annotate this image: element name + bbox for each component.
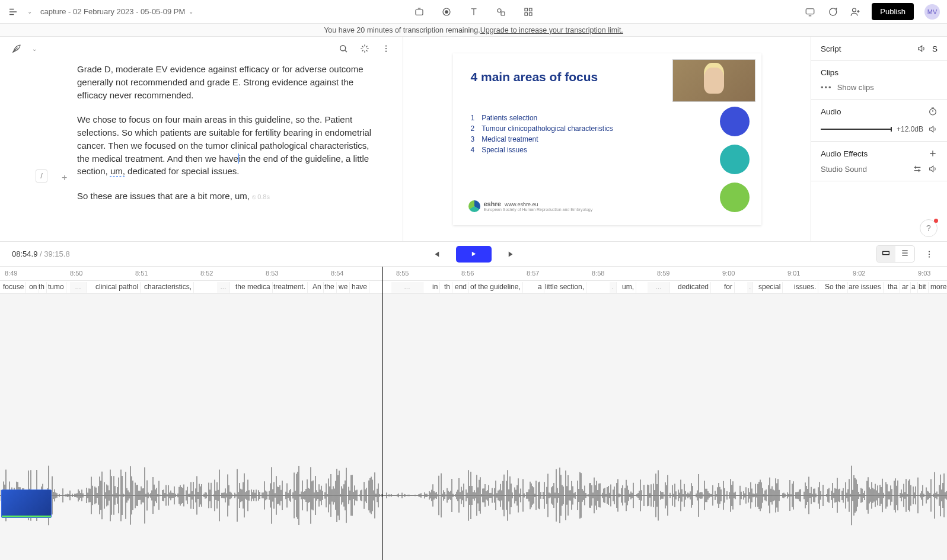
- word-segment[interactable]: the medica: [234, 282, 273, 293]
- waveform[interactable]: [0, 460, 947, 531]
- project-title[interactable]: capture - 02 February 2023 - 05-05-09 PM…: [40, 7, 193, 16]
- word-track[interactable]: focuseonthtumo...clinical patholcharacte…: [0, 281, 947, 294]
- word-segment[interactable]: dedicated: [676, 282, 711, 293]
- word-segment[interactable]: end: [453, 282, 469, 293]
- shapes-icon[interactable]: [495, 6, 507, 18]
- word-segment[interactable]: are issues: [847, 282, 884, 293]
- view-expanded-icon[interactable]: [895, 246, 914, 262]
- text-icon[interactable]: [468, 6, 480, 18]
- gap-indicator: ⎋0.8s: [252, 193, 270, 202]
- search-icon[interactable]: [337, 43, 349, 55]
- sliders-icon[interactable]: [913, 164, 922, 174]
- svg-point-12: [385, 45, 387, 46]
- speaker-icon[interactable]: [928, 124, 938, 134]
- transcript-paragraph[interactable]: We chose to focus on four main areas in …: [77, 113, 373, 178]
- display-icon[interactable]: [804, 6, 816, 18]
- word-gap[interactable]: ...: [391, 282, 423, 293]
- svg-point-11: [340, 46, 346, 51]
- word-segment[interactable]: issues.: [792, 282, 818, 293]
- slide-list: 1Patients selection 2Tumour clinicopatho…: [471, 114, 744, 154]
- volume-value: +12.0dB: [897, 125, 923, 133]
- add-effect-icon[interactable]: [928, 149, 938, 158]
- ruler-tick: 8:49: [5, 270, 17, 277]
- menu-icon[interactable]: [7, 6, 19, 18]
- help-button[interactable]: ?: [920, 219, 938, 237]
- word-segment[interactable]: So the: [823, 282, 848, 293]
- prev-button[interactable]: [430, 248, 442, 260]
- view-toggle[interactable]: [876, 245, 915, 263]
- word-segment[interactable]: um,: [620, 282, 636, 293]
- svg-rect-8: [529, 12, 532, 15]
- ruler-tick: 8:59: [657, 270, 669, 277]
- studio-sound-label: Studio Sound: [821, 165, 867, 174]
- word-gap[interactable]: ...: [70, 282, 87, 293]
- svg-rect-7: [525, 12, 528, 15]
- more-icon[interactable]: [923, 248, 935, 260]
- word-gap[interactable]: ...: [648, 282, 670, 293]
- word-segment[interactable]: for: [722, 282, 735, 293]
- volume-slider[interactable]: [821, 129, 892, 130]
- word-segment[interactable]: in: [431, 282, 440, 293]
- feather-icon[interactable]: [11, 43, 23, 55]
- word-segment[interactable]: clinical pathol: [94, 282, 141, 293]
- slash-command-hint[interactable]: /: [36, 169, 47, 183]
- sidebar-audio-label: Audio: [821, 107, 841, 116]
- avatar[interactable]: MV: [924, 4, 940, 20]
- svg-point-2: [445, 10, 448, 13]
- speaker-icon[interactable]: [928, 164, 938, 174]
- chevron-down-icon[interactable]: ⌄: [27, 8, 32, 15]
- upgrade-link[interactable]: Upgrade to increase your transcription l…: [480, 26, 623, 34]
- svg-point-19: [929, 256, 930, 257]
- word-segment[interactable]: characteristics,: [142, 282, 194, 293]
- show-clips-button[interactable]: Show clips: [837, 83, 874, 92]
- timeline-ruler[interactable]: 8:498:508:518:528:538:548:558:568:578:58…: [0, 267, 947, 281]
- chevron-down-icon[interactable]: ⌄: [32, 46, 37, 52]
- apps-icon[interactable]: [522, 6, 534, 18]
- transcript-paragraph[interactable]: So these are issues that are a bit more,…: [77, 190, 373, 203]
- word-segment[interactable]: treatment.: [272, 282, 308, 293]
- svg-rect-5: [525, 8, 528, 11]
- word-segment[interactable]: th: [442, 282, 452, 293]
- word-segment[interactable]: tha: [886, 282, 900, 293]
- transcript-body[interactable]: / + Grade D, moderate EV evidence agains…: [0, 60, 403, 241]
- word-gap[interactable]: ...: [217, 282, 230, 293]
- word-segment[interactable]: tumo: [46, 282, 66, 293]
- more-icon[interactable]: [380, 43, 392, 55]
- speaker-thumbnail: [672, 59, 755, 102]
- word-segment[interactable]: An: [311, 282, 324, 293]
- screen-record-icon[interactable]: [413, 6, 425, 18]
- timer-icon[interactable]: [928, 107, 938, 116]
- word-segment[interactable]: th: [37, 282, 47, 293]
- word-segment[interactable]: special: [757, 282, 783, 293]
- record-icon[interactable]: [441, 6, 452, 18]
- play-button[interactable]: [456, 246, 492, 263]
- slide-logo: eshre www.eshre.euEuropean Society of Hu…: [468, 200, 593, 212]
- sparkle-icon[interactable]: [359, 43, 371, 55]
- more-icon[interactable]: •••: [821, 83, 833, 92]
- comment-icon[interactable]: [827, 6, 838, 18]
- word-segment[interactable]: have: [350, 282, 369, 293]
- clip-thumbnail[interactable]: [1, 489, 52, 518]
- add-block-button[interactable]: +: [62, 171, 67, 184]
- word-gap[interactable]: .: [610, 282, 617, 293]
- transcript-paragraph[interactable]: Grade D, moderate EV evidence against ef…: [77, 63, 373, 101]
- word-gap[interactable]: .: [747, 282, 753, 293]
- playhead[interactable]: [382, 267, 383, 560]
- publish-button[interactable]: Publish: [872, 3, 914, 20]
- speaker-icon[interactable]: [917, 44, 926, 53]
- next-button[interactable]: [506, 248, 518, 260]
- word-segment[interactable]: focuse: [1, 282, 26, 293]
- view-compact-icon[interactable]: [876, 246, 895, 262]
- word-segment[interactable]: more,: [929, 282, 947, 293]
- word-segment[interactable]: the: [323, 282, 337, 293]
- svg-point-17: [929, 251, 930, 252]
- word-segment[interactable]: of the guideline,: [468, 282, 523, 293]
- word-segment[interactable]: little section,: [543, 282, 586, 293]
- word-segment[interactable]: bit: [917, 282, 929, 293]
- ruler-tick: 9:00: [722, 270, 735, 277]
- time-display: 08:54.9 / 39:15.8: [12, 249, 70, 258]
- word-segment[interactable]: we: [337, 282, 350, 293]
- timeline[interactable]: 8:498:508:518:528:538:548:558:568:578:58…: [0, 266, 947, 560]
- video-preview[interactable]: 4 main areas of focus 1Patients selectio…: [403, 37, 811, 241]
- add-user-icon[interactable]: [849, 6, 861, 18]
